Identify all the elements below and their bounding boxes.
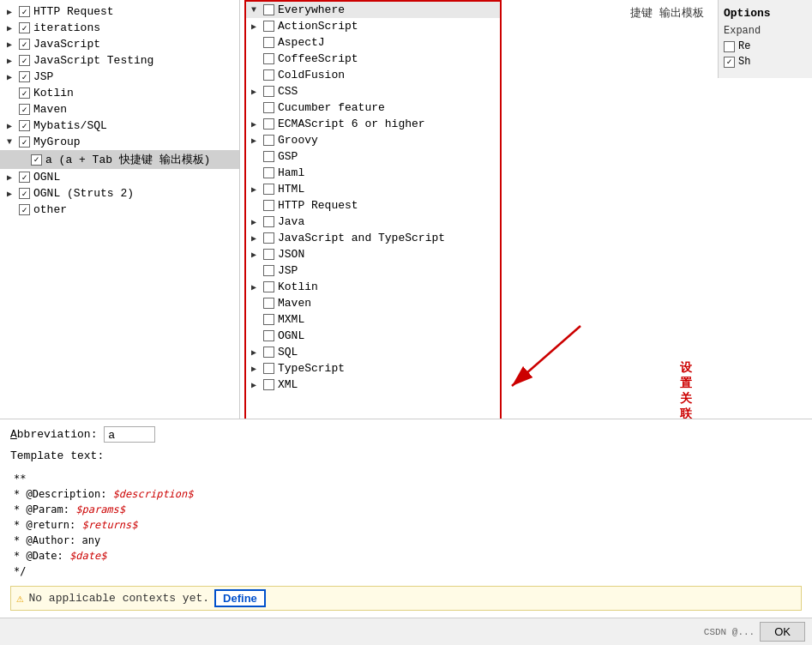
tree-checkbox[interactable]	[19, 188, 30, 199]
tree-checkbox[interactable]	[19, 39, 30, 50]
dropdown-item-html[interactable]: ▶ HTML	[246, 181, 500, 197]
dropdown-item-actionscript[interactable]: ▶ ActionScript	[246, 18, 500, 34]
dropdown-checkbox[interactable]	[263, 200, 274, 211]
dropdown-item-groovy[interactable]: ▶ Groovy	[246, 132, 500, 148]
tree-arrow[interactable]: ▶	[7, 189, 19, 199]
option-row-re[interactable]: Re	[724, 40, 807, 52]
tree-checkbox[interactable]	[19, 55, 30, 66]
tree-arrow[interactable]: ▶	[7, 56, 19, 66]
tree-item-a-template[interactable]: a (a + Tab 快捷键 输出模板)	[0, 150, 239, 169]
dropdown-item-gsp[interactable]: ▶ GSP	[246, 148, 500, 165]
dropdown-arrow[interactable]: ▶	[251, 136, 263, 146]
tree-arrow[interactable]: ▶	[7, 39, 19, 50]
dropdown-checkbox[interactable]	[263, 21, 274, 32]
abbreviation-input[interactable]	[104, 426, 155, 443]
dropdown-checkbox[interactable]	[263, 232, 274, 244]
dropdown-checkbox[interactable]	[263, 118, 274, 130]
tree-checkbox[interactable]	[19, 104, 30, 115]
dropdown-checkbox[interactable]	[263, 265, 274, 276]
dropdown-arrow[interactable]: ▶	[251, 282, 263, 292]
context-dropdown[interactable]: ▼ Everywhere ▶ ActionScript ▶ AspectJ ▶ …	[244, 0, 502, 419]
dropdown-arrow[interactable]: ▶	[251, 364, 263, 374]
option-checkbox-sh[interactable]	[724, 57, 735, 68]
tree-item-ognl-struts[interactable]: ▶ OGNL (Struts 2)	[0, 185, 239, 202]
dropdown-item-typescript[interactable]: ▶ TypeScript	[246, 360, 500, 377]
dropdown-checkbox[interactable]	[263, 363, 274, 374]
dropdown-arrow[interactable]: ▶	[251, 233, 263, 244]
tree-checkbox[interactable]	[31, 154, 42, 166]
tree-item-maven[interactable]: Maven	[0, 101, 239, 118]
dropdown-item-json[interactable]: ▶ JSON	[246, 246, 500, 262]
dropdown-item-xml[interactable]: ▶ XML	[246, 377, 500, 393]
tree-arrow[interactable]: ▼	[7, 137, 19, 147]
tree-item-javascript-testing[interactable]: ▶ JavaScript Testing	[0, 52, 239, 69]
option-checkbox-re[interactable]	[724, 41, 735, 52]
dropdown-checkbox[interactable]	[263, 53, 274, 64]
tree-arrow[interactable]: ▶	[7, 172, 19, 183]
tree-arrow[interactable]: ▶	[7, 23, 19, 33]
define-button[interactable]: Define	[214, 589, 266, 607]
tree-item-jsp[interactable]: ▶ JSP	[0, 69, 239, 85]
dropdown-checkbox[interactable]	[263, 4, 274, 15]
dropdown-arrow[interactable]: ▶	[251, 21, 263, 32]
dropdown-item-jsp[interactable]: ▶ JSP	[246, 262, 500, 279]
dropdown-item-haml[interactable]: ▶ Haml	[246, 165, 500, 181]
dropdown-checkbox[interactable]	[263, 86, 274, 97]
left-tree-panel[interactable]: ▶ HTTP Request ▶ iterations ▶ JavaScript…	[0, 0, 240, 419]
tree-item-mygroup[interactable]: ▼ MyGroup	[0, 134, 239, 150]
dropdown-item-http[interactable]: ▶ HTTP Request	[246, 197, 500, 214]
dropdown-arrow[interactable]: ▶	[251, 347, 263, 358]
dropdown-item-kotlin[interactable]: ▶ Kotlin	[246, 279, 500, 295]
dropdown-checkbox[interactable]	[263, 102, 274, 113]
dropdown-checkbox[interactable]	[263, 330, 274, 341]
dropdown-arrow[interactable]: ▶	[251, 380, 263, 390]
tree-checkbox[interactable]	[19, 6, 30, 17]
dropdown-checkbox[interactable]	[263, 379, 274, 390]
tree-checkbox[interactable]	[19, 204, 30, 215]
dropdown-item-coffeescript[interactable]: ▶ CoffeeScript	[246, 51, 500, 67]
dropdown-expand-arrow[interactable]: ▼	[251, 5, 263, 15]
tree-checkbox[interactable]	[19, 120, 30, 131]
tree-item-kotlin[interactable]: Kotlin	[0, 85, 239, 101]
tree-checkbox[interactable]	[19, 172, 30, 183]
dropdown-checkbox[interactable]	[263, 281, 274, 292]
dropdown-item-ecmascript[interactable]: ▶ ECMAScript 6 or higher	[246, 116, 500, 132]
dropdown-checkbox[interactable]	[263, 184, 274, 195]
dropdown-checkbox[interactable]	[263, 69, 274, 81]
tree-checkbox[interactable]	[19, 87, 30, 99]
tree-item-ognl[interactable]: ▶ OGNL	[0, 169, 239, 185]
dropdown-checkbox[interactable]	[263, 298, 274, 309]
tree-item-javascript[interactable]: ▶ JavaScript	[0, 36, 239, 52]
dropdown-item-aspectj[interactable]: ▶ AspectJ	[246, 34, 500, 51]
dropdown-item-java[interactable]: ▶ Java	[246, 214, 500, 230]
dropdown-item-mxml[interactable]: ▶ MXML	[246, 311, 500, 328]
dropdown-item-css[interactable]: ▶ CSS	[246, 83, 500, 99]
dropdown-item-coldfusion[interactable]: ▶ ColdFusion	[246, 67, 500, 83]
dropdown-everywhere[interactable]: ▼ Everywhere	[246, 2, 500, 18]
tree-arrow[interactable]: ▶	[7, 72, 19, 82]
dropdown-arrow[interactable]: ▶	[251, 119, 263, 130]
dropdown-checkbox[interactable]	[263, 347, 274, 358]
tree-checkbox[interactable]	[19, 136, 30, 148]
tree-item-http-request[interactable]: ▶ HTTP Request	[0, 3, 239, 20]
dropdown-item-sql[interactable]: ▶ SQL	[246, 344, 500, 360]
dropdown-arrow[interactable]: ▶	[251, 87, 263, 97]
tree-item-other[interactable]: other	[0, 202, 239, 218]
tree-item-mybatis[interactable]: ▶ Mybatis/SQL	[0, 118, 239, 134]
dropdown-checkbox[interactable]	[263, 37, 274, 48]
tree-item-iterations[interactable]: ▶ iterations	[0, 20, 239, 36]
dropdown-arrow[interactable]: ▶	[251, 217, 263, 227]
tree-arrow[interactable]: ▶	[7, 121, 19, 131]
dropdown-item-maven[interactable]: ▶ Maven	[246, 295, 500, 311]
dropdown-checkbox[interactable]	[263, 151, 274, 162]
dropdown-item-javascript-ts[interactable]: ▶ JavaScript and TypeScript	[246, 230, 500, 246]
tree-checkbox[interactable]	[19, 22, 30, 33]
dropdown-checkbox[interactable]	[263, 314, 274, 325]
dropdown-arrow[interactable]: ▶	[251, 250, 263, 260]
option-row-sh[interactable]: Sh	[724, 56, 807, 68]
dropdown-item-ognl[interactable]: ▶ OGNL	[246, 328, 500, 344]
dropdown-arrow[interactable]: ▶	[251, 184, 263, 195]
dropdown-checkbox[interactable]	[263, 135, 274, 146]
tree-checkbox[interactable]	[19, 71, 30, 82]
dropdown-item-cucumber[interactable]: ▶ Cucumber feature	[246, 99, 500, 116]
